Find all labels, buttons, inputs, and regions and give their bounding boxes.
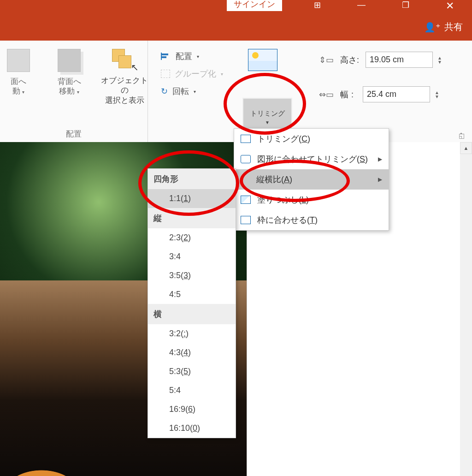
submenu-arrow-icon: ▶ xyxy=(378,176,382,183)
aspect-5-3[interactable]: 5:3(5) xyxy=(148,362,236,381)
height-spinner[interactable]: ▲▼ xyxy=(437,56,442,64)
height-input[interactable]: 19.05 cm xyxy=(366,52,433,68)
width-label: 幅: xyxy=(340,89,356,100)
aspect-2-3[interactable]: 2:3(2) xyxy=(148,228,236,247)
aspect-3-2[interactable]: 3:2(:) xyxy=(148,324,236,343)
share-label: 共有 xyxy=(444,21,463,33)
aspect-5-4[interactable]: 5:4 xyxy=(148,381,236,400)
width-input[interactable]: 25.4 cm xyxy=(363,86,430,102)
aspect-cat-portrait: 縦 xyxy=(148,208,236,228)
group-icon xyxy=(161,70,170,78)
scroll-up-icon[interactable]: ▲ xyxy=(460,142,472,154)
selection-pane-button[interactable]: ↖ オブジェクトの選択と表示 xyxy=(99,49,150,105)
menu-fill[interactable]: 塗りつぶし(L) xyxy=(234,190,389,210)
aspect-cat-landscape: 横 xyxy=(148,304,236,324)
menu-shape-label: 図形に合わせてトリミング(S) xyxy=(257,154,368,165)
send-backward-label1: 背面へ xyxy=(58,77,81,86)
aspect-ratio-menu: 四角形 1:1(1) 縦 2:3(2) 3:4 3:5(3) 4:5 横 3:2… xyxy=(148,168,236,438)
signin-button[interactable]: サインイン xyxy=(227,0,282,11)
menu-fit[interactable]: 枠に合わせる(T) xyxy=(234,210,389,230)
aspect-cat-square: 四角形 xyxy=(148,169,236,189)
menu-crop[interactable]: トリミング(C) xyxy=(234,129,389,149)
bring-forward-icon xyxy=(7,49,30,72)
ribbon-options-icon[interactable]: ⊞ xyxy=(306,0,328,10)
menu-crop-to-shape[interactable]: 図形に合わせてトリミング(S) ▶ xyxy=(234,149,389,169)
minimize-icon[interactable]: — xyxy=(350,0,372,10)
menu-aspect-label: 縦横比(A) xyxy=(256,174,292,185)
aspect-1-1[interactable]: 1:1(1) xyxy=(148,189,236,208)
rotate-icon: ↻ xyxy=(161,86,168,96)
aspect-16-10[interactable]: 16:10(0) xyxy=(148,419,236,438)
aspect-3-5[interactable]: 3:5(3) xyxy=(148,266,236,285)
selection-pane-icon: ↖ xyxy=(112,49,137,71)
dropdown-arrow-icon: ▼ xyxy=(265,120,270,125)
align-button[interactable]: 配置 ▾ xyxy=(161,51,223,62)
crop-preview-icon xyxy=(248,49,277,71)
width-icon: ⇔▭ xyxy=(319,89,334,100)
align-icon xyxy=(161,53,171,60)
submenu-arrow-icon: ▶ xyxy=(378,156,382,162)
fill-icon xyxy=(241,196,251,204)
arrange-group-label: 配置 xyxy=(66,129,82,140)
width-spinner[interactable]: ▲▼ xyxy=(435,90,439,99)
title-bar: サインイン ⊞ — ❐ ✕ 👤⁺ 共有 xyxy=(0,0,472,41)
bring-forward-button[interactable]: 面へ動 ▾ xyxy=(0,49,39,105)
aspect-4-5[interactable]: 4:5 xyxy=(148,285,236,304)
height-icon: ⇕▭ xyxy=(319,55,334,65)
selection-pane-label2: 選択と表示 xyxy=(105,96,144,105)
rotate-label: 回転 xyxy=(172,86,189,97)
close-icon[interactable]: ✕ xyxy=(439,0,461,12)
send-backward-icon xyxy=(58,49,81,72)
share-button[interactable]: 👤⁺ 共有 xyxy=(424,21,463,33)
height-label: 高さ: xyxy=(340,54,359,65)
send-backward-button[interactable]: 背面へ移動 ▾ xyxy=(48,49,90,105)
align-label: 配置 xyxy=(176,51,192,62)
send-backward-label2: 移動 xyxy=(59,87,75,95)
collapse-ribbon-icon[interactable]: ˄ xyxy=(460,132,463,139)
menu-fit-label: 枠に合わせる(T) xyxy=(257,214,318,226)
vertical-scrollbar[interactable]: ▲ xyxy=(460,142,472,476)
crop-menu: トリミング(C) 図形に合わせてトリミング(S) ▶ 縦横比(A) ▶ 塗りつぶ… xyxy=(234,128,389,231)
menu-aspect-ratio[interactable]: 縦横比(A) ▶ xyxy=(234,169,389,190)
group-button: グループ化 ▾ xyxy=(161,68,223,79)
crop-label: トリミング xyxy=(250,109,285,118)
aspect-4-3[interactable]: 4:3(4) xyxy=(148,343,236,362)
crop-icon xyxy=(241,135,251,143)
bring-forward-label1: 面へ xyxy=(11,77,26,86)
group-label: グループ化 xyxy=(175,68,216,79)
rotate-button[interactable]: ↻回転 ▾ xyxy=(161,86,223,97)
restore-icon[interactable]: ❐ xyxy=(395,0,417,10)
selection-pane-label1: オブジェクトの xyxy=(101,76,148,95)
shape-icon xyxy=(241,155,251,163)
ribbon: 面へ動 ▾ 背面へ移動 ▾ ↖ オブジェクトの選択と表示 配置 xyxy=(0,41,472,143)
share-icon: 👤⁺ xyxy=(424,22,441,33)
aspect-3-4[interactable]: 3:4 xyxy=(148,247,236,266)
aspect-16-9[interactable]: 16:9(6) xyxy=(148,400,236,419)
menu-fill-label: 塗りつぶし(L) xyxy=(257,194,309,205)
fit-icon xyxy=(241,216,251,224)
bring-forward-label2: 動 xyxy=(12,87,20,95)
menu-crop-label: トリミング(C) xyxy=(257,134,310,143)
